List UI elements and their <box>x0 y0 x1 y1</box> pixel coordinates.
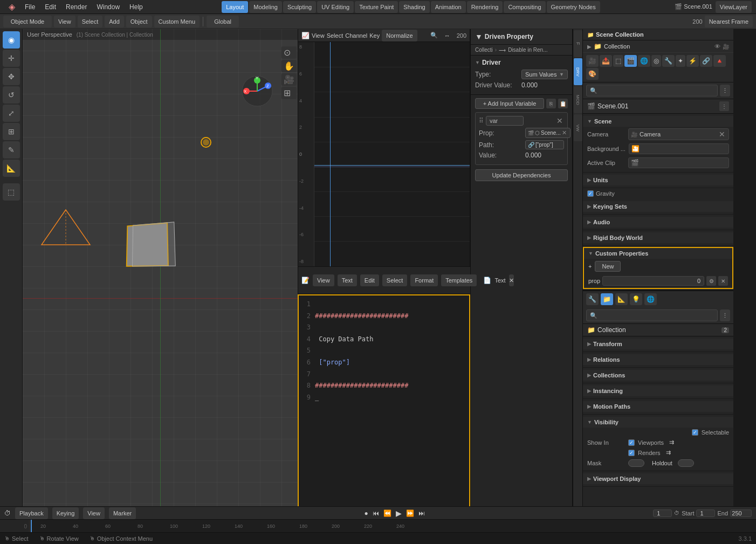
view-tab[interactable]: VW <box>574 114 582 141</box>
start-frame-input[interactable] <box>696 509 715 517</box>
constraint-props-tab[interactable]: 🔗 <box>700 55 712 67</box>
tab-uv-editing[interactable]: UV Editing <box>317 1 354 13</box>
collection-camera-icon[interactable]: 🎥 <box>723 44 729 50</box>
current-frame-input[interactable] <box>653 509 672 517</box>
text-view-btn[interactable]: View <box>313 274 334 286</box>
text-text-btn[interactable]: Text <box>338 274 357 286</box>
second-props-tab-1[interactable]: 🔧 <box>586 293 599 305</box>
rewind-btn[interactable]: ⏪ <box>383 509 391 517</box>
custom-menu-btn[interactable]: Custom Menu <box>154 16 200 27</box>
graph-search[interactable]: 🔍 <box>430 32 438 39</box>
cursor-tool[interactable]: ✛ <box>3 50 20 67</box>
add-input-variable-btn[interactable]: + Add Input Variable <box>475 98 544 109</box>
tab-animation[interactable]: Animation <box>431 1 466 13</box>
jump-start-btn[interactable]: ⏮ <box>373 509 379 517</box>
audio-section-header[interactable]: ▶ Audio <box>583 217 733 228</box>
viewport-gizmo[interactable]: Z X Y <box>238 72 276 112</box>
view-btn[interactable]: View <box>54 16 75 27</box>
menu-file[interactable]: File <box>20 2 39 12</box>
hand-tool-btn[interactable]: ✋ <box>281 60 297 72</box>
graph-view-btn[interactable]: View <box>312 32 325 39</box>
physics-props-tab[interactable]: ⚡ <box>686 55 699 67</box>
forward-btn[interactable]: ⏩ <box>406 509 414 517</box>
select-btn[interactable]: Select <box>78 16 103 27</box>
collections-header[interactable]: ▶ Collections <box>583 370 733 381</box>
renders-checkbox[interactable]: ✓ <box>628 450 635 456</box>
box-select-tool[interactable]: ⬚ <box>3 183 20 201</box>
tab-modeling[interactable]: Modeling <box>249 1 282 13</box>
record-btn[interactable]: ● <box>365 509 368 517</box>
move-tool[interactable]: ✥ <box>3 68 20 85</box>
prop-delete-btn[interactable]: ✕ <box>718 276 728 286</box>
props-search-input[interactable] <box>586 85 718 97</box>
blender-logo[interactable]: ◈ <box>4 1 19 13</box>
camera-view-btn[interactable]: 🎥 <box>281 73 297 86</box>
drivers-tab[interactable]: DRV <box>574 58 582 85</box>
menu-edit[interactable]: Edit <box>40 2 60 12</box>
visibility-header[interactable]: ▼ Visibility <box>583 417 733 428</box>
play-btn[interactable]: ▶ <box>396 509 402 518</box>
nearest-frame-btn[interactable]: Nearest Frame <box>705 16 753 27</box>
camera-close-btn[interactable]: ✕ <box>718 130 726 139</box>
active-clip-input[interactable]: 🎬 <box>628 157 729 168</box>
selectable-checkbox[interactable]: ✓ <box>692 429 698 436</box>
var-prop-input[interactable]: 🎬 ⬡ Scene... ✕ <box>525 128 571 138</box>
marker-btn[interactable]: Marker <box>109 507 136 519</box>
grid-btn[interactable]: ⊞ <box>281 87 297 99</box>
units-section-header[interactable]: ▶ Units <box>583 175 733 185</box>
graph-select-btn[interactable]: Select <box>327 32 343 39</box>
menu-help[interactable]: Help <box>125 2 147 12</box>
add-btn[interactable]: Add <box>105 16 124 27</box>
world-props-tab[interactable]: 🌐 <box>638 55 650 67</box>
second-props-tab-2[interactable]: 📁 <box>601 293 613 305</box>
tab-shading[interactable]: Shading <box>399 1 429 13</box>
tab-layout[interactable]: Layout <box>222 1 248 13</box>
view-layer-tab[interactable]: ⬚ <box>613 55 623 67</box>
text-close-btn[interactable]: ✕ <box>509 274 514 286</box>
camera-input[interactable]: 🎥 Camera ✕ <box>628 128 729 140</box>
scene-options-btn[interactable]: ⋮ <box>719 101 729 111</box>
var-close-btn[interactable]: ✕ <box>555 116 564 125</box>
viewport-display-header[interactable]: ▶ Viewport Display <box>583 473 733 484</box>
transform-tool[interactable]: ⊞ <box>3 123 20 140</box>
background-input[interactable]: 🎦 <box>629 143 729 154</box>
text-format-btn[interactable]: Format <box>410 274 438 286</box>
keying-btn[interactable]: Keying <box>52 507 79 519</box>
collection-eye-icon[interactable]: 👁 <box>714 43 720 50</box>
holdout-toggle[interactable] <box>678 459 694 467</box>
tab-rendering[interactable]: Rendering <box>467 1 503 13</box>
graph-key-btn[interactable]: Key <box>369 32 380 39</box>
view-layer-btn[interactable]: ViewLayer <box>716 1 752 13</box>
menu-render[interactable]: Render <box>61 2 91 12</box>
props-options-btn[interactable]: ⋮ <box>720 85 730 97</box>
particle-props-tab[interactable]: ✦ <box>676 55 685 67</box>
viewports-checkbox[interactable]: ✓ <box>628 439 635 446</box>
viewport-3d[interactable]: User Perspective (1) Scene Collection | … <box>23 29 298 518</box>
var-prop-close[interactable]: ✕ <box>561 129 568 136</box>
modifiers-tab[interactable]: MOD <box>574 86 582 113</box>
transform-btn[interactable]: Global <box>207 16 239 27</box>
text-edit-btn[interactable]: Edit <box>360 274 379 286</box>
transform-header[interactable]: ▶ Transform <box>583 339 733 349</box>
rotate-tool[interactable]: ↺ <box>3 86 20 104</box>
relations-header[interactable]: ▶ Relations <box>583 354 733 365</box>
var-path-input[interactable]: 🔗 ["prop"] <box>525 140 564 149</box>
second-props-tab-5[interactable]: 🌐 <box>644 293 657 305</box>
end-frame-input[interactable] <box>730 509 752 517</box>
prop-item-value-input[interactable]: 0 <box>602 276 704 286</box>
tab-compositing[interactable]: Compositing <box>504 1 545 13</box>
second-props-tab-4[interactable]: 💡 <box>630 293 642 305</box>
var-name-input[interactable] <box>486 116 524 126</box>
render-props-tab[interactable]: 🎥 <box>586 55 599 67</box>
scale-tool[interactable]: ⤢ <box>3 105 20 122</box>
copy-var-btn[interactable]: ⎘ <box>546 99 556 108</box>
modifier-props-tab[interactable]: 🔧 <box>662 55 675 67</box>
data-props-tab[interactable]: 🔺 <box>713 55 726 67</box>
timeline-view-btn[interactable]: View <box>83 507 105 519</box>
menu-window[interactable]: Window <box>92 2 124 12</box>
output-props-tab[interactable]: 📤 <box>600 55 612 67</box>
rigid-body-section-header[interactable]: ▶ Rigid Body World <box>583 232 733 243</box>
prop-gear-btn[interactable]: ⚙ <box>706 276 716 286</box>
measure-tool[interactable]: 📐 <box>3 160 20 177</box>
f-curve-tab[interactable]: F <box>574 30 582 57</box>
